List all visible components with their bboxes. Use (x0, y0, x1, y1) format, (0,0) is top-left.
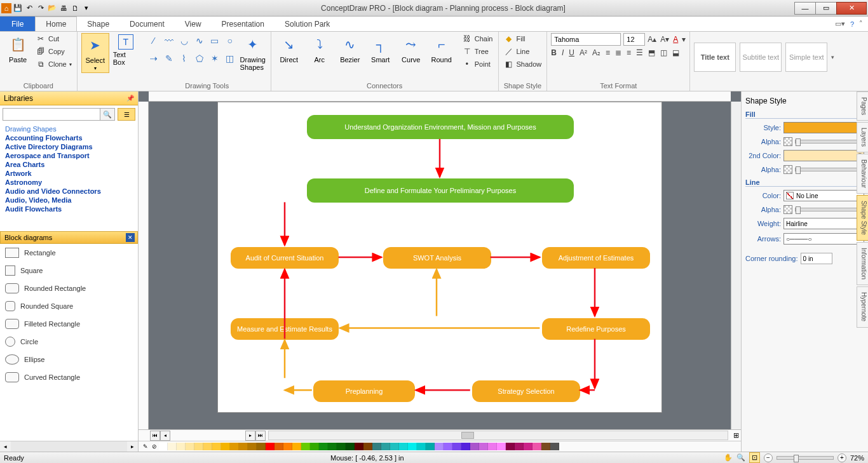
close-button[interactable]: ✕ (836, 2, 867, 15)
shadow-button[interactable]: ◧Shadow (503, 58, 543, 70)
palette-swatch[interactable] (337, 443, 346, 450)
palette-swatch[interactable] (515, 443, 524, 450)
tab-prev-icon[interactable]: ◂ (160, 431, 170, 441)
vtab-information[interactable]: Information (857, 242, 868, 285)
palette-swatch[interactable] (221, 443, 230, 450)
maximize-button[interactable]: ▭ (815, 2, 837, 15)
tree-item[interactable]: Astronomy (5, 178, 137, 187)
palette-swatch[interactable] (168, 443, 177, 450)
drawing-shapes-button[interactable]: ✦ Drawing Shapes (239, 33, 267, 72)
palette-swatch[interactable] (435, 443, 444, 450)
shape-circle[interactable]: Circle (0, 333, 138, 351)
eyedropper-icon[interactable]: ✎ (141, 443, 150, 450)
tab-next-icon[interactable]: ▸ (245, 431, 255, 441)
shape-curved-rectangle[interactable]: Curved Rectangle (0, 368, 138, 386)
palette-swatch[interactable] (408, 443, 417, 450)
vtab-hypernote[interactable]: Hypernote (857, 286, 868, 327)
diagram-block[interactable]: Understand Organization Environment, Mis… (307, 115, 574, 139)
shape-rounded-rectangle[interactable]: Rounded Rectangle (0, 279, 138, 297)
palette-swatch[interactable] (203, 443, 212, 450)
hand-tool-icon[interactable]: ✋ (724, 453, 733, 462)
palette-swatch[interactable] (470, 443, 479, 450)
bezier-tool-icon[interactable]: ⌇ (178, 51, 191, 66)
styles-more-icon[interactable]: ▾ (831, 54, 834, 60)
minimize-button[interactable]: — (794, 2, 816, 15)
underline-icon[interactable]: U (569, 48, 574, 57)
scroll-right-icon[interactable]: ▸ (127, 441, 138, 452)
line-color-select[interactable]: No Line (783, 190, 864, 201)
tab-presentation[interactable]: Presentation (212, 17, 275, 31)
polyline-tool-icon[interactable]: 〰 (163, 33, 175, 48)
chain-button[interactable]: ⛓Chain (461, 33, 494, 44)
star-tool-icon[interactable]: ✶ (208, 51, 221, 66)
palette-swatch[interactable] (248, 443, 257, 450)
connector-smart[interactable]: ┐Smart (367, 33, 395, 65)
rect-tool-icon[interactable]: ▭ (208, 33, 221, 48)
superscript-icon[interactable]: A² (580, 48, 587, 57)
diagram-block[interactable]: Adjustment of Estimates (542, 247, 650, 269)
palette-swatch[interactable] (417, 443, 426, 450)
tab-home[interactable]: Home (35, 17, 77, 31)
style-simple[interactable]: Simple text (785, 43, 827, 72)
palette-swatch[interactable] (177, 443, 186, 450)
bold-icon[interactable]: B (551, 48, 557, 57)
polygon-tool-icon[interactable]: ⬠ (193, 51, 206, 66)
connector-tool-icon[interactable]: ⇢ (147, 51, 160, 66)
tree-item[interactable]: Drawing Shapes (5, 124, 137, 133)
horizontal-scrollbar[interactable] (268, 431, 728, 440)
zoom-slider[interactable] (776, 456, 834, 460)
scroll-mode-icon[interactable]: ⊞ (731, 430, 741, 441)
close-icon[interactable]: ✕ (126, 233, 135, 242)
zoom-in-button[interactable]: + (837, 453, 846, 462)
valign-mid-icon[interactable]: ◫ (660, 48, 667, 57)
tab-first-icon[interactable]: ⏮ (150, 431, 160, 441)
scroll-left-icon[interactable]: ◂ (0, 441, 11, 452)
palette-swatch[interactable] (194, 443, 203, 450)
diagram-block[interactable]: Redefine Purposes (542, 318, 650, 340)
connector-arc[interactable]: ⤵Arc (306, 33, 334, 65)
align-center-icon[interactable]: ≣ (615, 48, 621, 57)
palette-swatch[interactable] (399, 443, 408, 450)
library-section-header[interactable]: Block diagrams ✕ (0, 231, 138, 244)
palette-swatch[interactable] (426, 443, 435, 450)
vtab-layers[interactable]: Layers (857, 122, 868, 152)
view-toggle-button[interactable]: ☰ (118, 108, 135, 121)
tree-item[interactable]: Audio, Video, Media (5, 196, 137, 205)
qat-undo-icon[interactable]: ↶ (24, 3, 34, 13)
line-tool-icon[interactable]: ∕ (147, 33, 160, 48)
tree-item[interactable]: Area Charts (5, 160, 137, 169)
fit-page-icon[interactable]: ⊡ (749, 452, 760, 463)
qat-print-icon[interactable]: 🖶 (58, 3, 69, 13)
palette-swatch[interactable] (159, 443, 168, 450)
clone-button[interactable]: ⧉Clone▾ (34, 58, 73, 70)
highlight-icon[interactable]: ▾ (682, 35, 686, 44)
shape-square[interactable]: Square (0, 262, 138, 279)
palette-swatch[interactable] (230, 443, 239, 450)
connector-curve[interactable]: ⤳Curve (397, 33, 425, 65)
spline-tool-icon[interactable]: ∿ (193, 33, 206, 48)
palette-swatch[interactable] (550, 443, 559, 450)
arrows-select[interactable]: ○────○ (783, 233, 864, 245)
freehand-tool-icon[interactable]: ✎ (163, 51, 175, 66)
tab-solution-park[interactable]: Solution Park (275, 17, 340, 31)
palette-swatch[interactable] (372, 443, 381, 450)
tab-document[interactable]: Document (119, 17, 175, 31)
shape-rectangle[interactable]: Rectangle (0, 244, 138, 262)
tree-item[interactable]: Artwork (5, 169, 137, 178)
palette-swatch[interactable] (363, 443, 372, 450)
text-box-tool[interactable]: T Text Box (112, 33, 140, 67)
diagram-block[interactable]: Audit of Current Situation (231, 247, 339, 269)
font-color-icon[interactable]: A (673, 35, 678, 44)
align-left-icon[interactable]: ≡ (606, 48, 610, 57)
second-alpha-slider[interactable] (795, 168, 864, 171)
fill-style-swatch[interactable] (783, 122, 864, 133)
help-icon[interactable]: ? (850, 20, 854, 28)
palette-swatch[interactable] (328, 443, 337, 450)
palette-swatch[interactable] (301, 443, 310, 450)
increase-font-icon[interactable]: A▴ (648, 35, 656, 44)
shape-filleted-rectangle[interactable]: Filleted Rectangle (0, 315, 138, 333)
search-input[interactable] (3, 108, 100, 121)
connector-bezier[interactable]: ∿Bezier (336, 33, 364, 65)
decrease-font-icon[interactable]: A▾ (660, 35, 669, 44)
canvas[interactable]: Understand Organization Environment, Mis… (149, 102, 731, 429)
